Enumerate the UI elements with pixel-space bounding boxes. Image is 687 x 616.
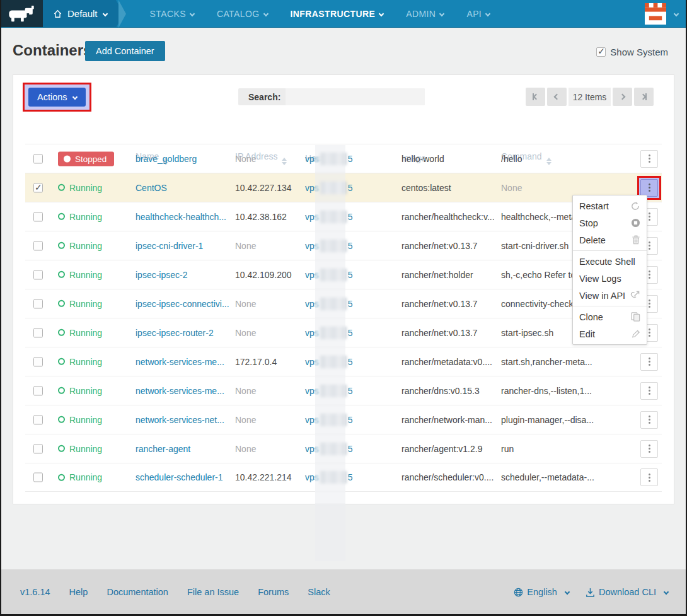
footer: v1.6.14 HelpDocumentationFile an IssueFo… [0,569,687,615]
menu-item-clone[interactable]: Clone [573,308,647,325]
row-checkbox[interactable] [33,212,43,221]
container-name-link[interactable]: ipsec-ipsec-connectivi... [136,299,231,309]
row-checkbox[interactable] [33,328,43,337]
container-name-link[interactable]: CentOS [136,183,231,193]
row-menu-cell [640,150,658,168]
ip-address: None [235,299,302,309]
menu-item-stop[interactable]: Stop [573,214,647,231]
row-checkbox[interactable] [33,386,43,395]
ip-address: None [235,241,302,251]
container-name-link[interactable]: brave_goldberg [136,154,231,164]
command-text: None [501,183,627,193]
nav-item-catalog[interactable]: CATALOG [217,9,268,19]
row-checkbox[interactable] [33,270,43,279]
menu-item-execute-shell[interactable]: Execute Shell [573,253,647,270]
host-link[interactable]: vps5 [305,153,398,165]
actions-button-label: Actions [37,92,67,102]
container-name-link[interactable]: ipsec-cni-driver-1 [136,241,231,251]
container-name-link[interactable]: healthcheck-healthch... [136,212,231,222]
pagination-next-button[interactable] [613,88,632,106]
row-checkbox[interactable] [33,357,43,366]
container-name-link[interactable]: rancher-agent [136,444,231,454]
footer-link-documentation[interactable]: Documentation [107,587,168,597]
search-input[interactable] [286,88,425,105]
command-text: run [501,444,627,454]
container-name-link[interactable]: scheduler-scheduler-1 [136,472,231,482]
host-link[interactable]: vps5 [305,443,398,455]
container-name-link[interactable]: network-services-me... [136,357,231,367]
row-menu-button[interactable] [640,382,658,400]
image-name: rancher/net:v0.13.7 [401,328,497,338]
row-checkbox[interactable] [33,241,43,250]
pagination-first-button[interactable] [526,88,545,106]
pagination-count: 12 Items [569,88,611,106]
row-menu-button[interactable] [640,411,658,429]
host-link[interactable]: vps5 [305,240,398,252]
nav-item-admin[interactable]: ADMIN [406,9,444,19]
table-body: Stoppedbrave_goldbergNonevps5hello-world… [25,144,662,492]
row-menu-button[interactable] [640,150,658,168]
show-system-toggle[interactable]: Show System [596,47,668,57]
running-icon [58,358,65,365]
container-name-link[interactable]: network-services-me... [136,386,231,396]
language-selector[interactable]: English [514,587,569,597]
menu-item-edit[interactable]: Edit [573,325,647,342]
running-icon [58,213,65,220]
add-container-button[interactable]: Add Container [85,41,165,61]
container-name-link[interactable]: ipsec-ipsec-router-2 [136,328,231,338]
running-icon [58,387,65,394]
menu-item-view-in-api[interactable]: View in API [573,287,647,304]
footer-links: v1.6.14 HelpDocumentationFile an IssueFo… [20,587,330,597]
command-text: start.sh,rancher-meta... [501,357,627,367]
user-menu[interactable] [645,0,678,27]
host-link[interactable]: vps5 [305,356,398,368]
row-menu-button[interactable] [640,440,658,458]
show-system-checkbox[interactable] [596,47,606,57]
rancher-logo[interactable] [0,0,43,27]
menu-item-view-logs[interactable]: View Logs [573,270,647,287]
host-link[interactable]: vps5 [305,414,398,426]
row-checkbox[interactable] [33,154,43,163]
menu-divider [573,250,647,251]
container-name-link[interactable]: ipsec-ipsec-2 [136,270,231,280]
environment-selector[interactable]: Default [43,0,116,27]
host-link[interactable]: vps5 [305,471,398,484]
row-checkbox[interactable] [33,415,43,424]
menu-item-restart[interactable]: Restart [573,197,647,214]
pagination-prev-button[interactable] [547,88,567,106]
host-link[interactable]: vps5 [305,327,398,339]
state-badge: Running [58,385,132,396]
row-menu-button[interactable] [640,468,658,486]
table-row: RunningCentOS10.42.227.134vps5centos:lat… [25,173,662,202]
row-checkbox[interactable] [33,183,43,192]
redacted-host-name [320,182,347,194]
page-header: Containers Add Container Show System [0,28,687,74]
row-checkbox[interactable] [33,444,43,453]
stop-icon [631,218,640,228]
nav-item-stacks[interactable]: STACKS [150,9,194,19]
menu-item-delete[interactable]: Delete [573,231,647,248]
running-icon [58,242,65,249]
host-link[interactable]: vps5 [305,269,398,281]
host-link[interactable]: vps5 [305,182,398,194]
download-cli-menu[interactable]: Download CLI [586,587,668,597]
host-link[interactable]: vps5 [305,385,398,397]
footer-link-file-an-issue[interactable]: File an Issue [187,587,239,597]
nav-item-api[interactable]: API [466,9,490,19]
host-link[interactable]: vps5 [305,211,398,223]
row-checkbox[interactable] [33,473,43,482]
footer-link-slack[interactable]: Slack [308,587,330,597]
state-label: Running [69,240,102,250]
footer-link-help[interactable]: Help [69,587,88,597]
host-link[interactable]: vps5 [305,298,398,310]
pagination-last-button[interactable] [634,88,654,106]
state-badge: Running [58,472,132,483]
footer-link-forums[interactable]: Forums [258,587,289,597]
row-checkbox[interactable] [33,299,43,308]
row-menu-button[interactable] [640,353,658,371]
actions-dropdown-button[interactable]: Actions [28,88,86,107]
nav-item-infrastructure[interactable]: INFRASTRUCTURE [291,9,384,19]
ip-address: 10.42.109.200 [235,270,302,280]
row-menu-button[interactable] [640,179,658,197]
container-name-link[interactable]: network-services-net... [136,415,231,425]
